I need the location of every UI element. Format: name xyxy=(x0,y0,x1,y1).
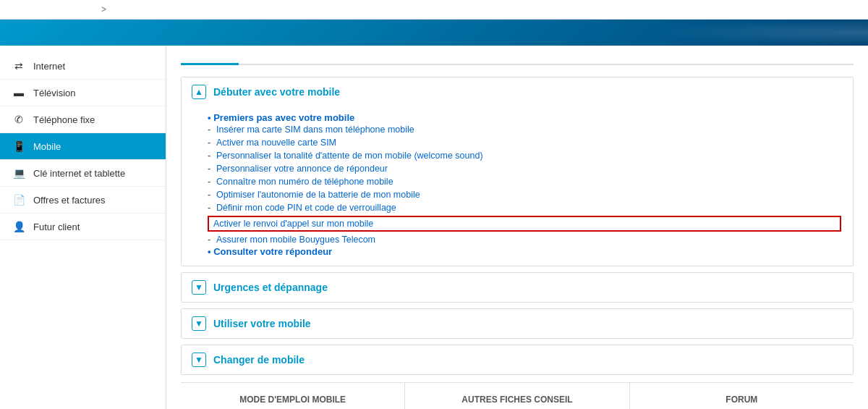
sub-section-premiers-pas[interactable]: • Premiers pas avec votre mobile xyxy=(208,112,354,123)
accordion-header-changer[interactable]: ▼Changer de mobile xyxy=(182,345,853,374)
link-personnaliser-tonalite[interactable]: Personnaliser la tonalité d'attente de m… xyxy=(208,149,841,162)
tab-mobile[interactable] xyxy=(181,46,239,65)
bottom-section-mode-emploi[interactable]: MODE D'EMPLOI MOBILE xyxy=(181,383,405,409)
telephone-fixe-icon: ✆ xyxy=(12,114,26,125)
mobile-icon: 📱 xyxy=(12,140,26,152)
sidebar-label-telephone-fixe: Téléphone fixe xyxy=(33,114,95,125)
main-layout: ⇄Internet▬Télévision✆Téléphone fixe📱Mobi… xyxy=(0,46,868,409)
accordion-title-debuter: Débuter avec votre mobile xyxy=(213,86,340,98)
sidebar-label-mobile: Mobile xyxy=(33,141,61,152)
sidebar-item-futur-client[interactable]: 👤Futur client xyxy=(0,214,166,240)
bottom-sections: MODE D'EMPLOI MOBILEAUTRES FICHES CONSEI… xyxy=(181,382,854,409)
television-icon: ▬ xyxy=(12,87,26,98)
accordion-toggle-utiliser: ▼ xyxy=(192,316,206,331)
link-connaitre-numero[interactable]: Connaître mon numéro de téléphone mobile xyxy=(208,175,841,188)
link-inserer-sim[interactable]: Insérer ma carte SIM dans mon téléphone … xyxy=(208,123,841,136)
sidebar-label-futur-client: Futur client xyxy=(33,222,80,232)
sidebar-item-mobile[interactable]: 📱Mobile xyxy=(0,133,166,160)
accordion-section-urgences: ▼Urgences et dépannage xyxy=(181,272,854,303)
sidebar-label-television: Télévision xyxy=(33,88,76,98)
link-personnaliser-annonce[interactable]: Personnaliser votre annonce de répondeur xyxy=(208,162,841,175)
sidebar-item-internet[interactable]: ⇄Internet xyxy=(0,53,166,80)
accordion-header-utiliser[interactable]: ▼Utiliser votre mobile xyxy=(182,309,853,338)
sidebar-label-cle-internet: Clé internet et tablette xyxy=(33,168,125,179)
futur-client-icon: 👤 xyxy=(12,221,26,232)
sidebar-item-cle-internet[interactable]: 💻Clé internet et tablette xyxy=(0,160,166,187)
link-activer-renvoi[interactable]: Activer le renvoi d'appel sur mon mobile xyxy=(208,216,841,232)
sidebar-item-offres-factures[interactable]: 📄Offres et factures xyxy=(0,187,166,214)
link-assurer-mobile[interactable]: Assurer mon mobile Bouygues Telecom xyxy=(208,233,841,246)
accordion-toggle-changer: ▼ xyxy=(192,353,206,367)
accordion-content-debuter: • Premiers pas avec votre mobileInsérer … xyxy=(182,106,853,266)
accordion-title-changer: Changer de mobile xyxy=(213,354,305,366)
accordion-title-urgences: Urgences et dépannage xyxy=(213,282,328,293)
accordion-header-urgences[interactable]: ▼Urgences et dépannage xyxy=(182,273,853,302)
sub-section-consulter-repondeur[interactable]: • Consulter votre répondeur xyxy=(208,246,332,257)
link-optimiser-batterie[interactable]: Optimiser l'autonomie de la batterie de … xyxy=(208,188,841,201)
accordion-toggle-urgences: ▼ xyxy=(192,280,206,295)
accordion-title-utiliser: Utiliser votre mobile xyxy=(213,318,311,329)
header-banner xyxy=(0,20,868,46)
offres-factures-icon: 📄 xyxy=(12,194,26,206)
sidebar: ⇄Internet▬Télévision✆Téléphone fixe📱Mobi… xyxy=(0,46,166,409)
cle-internet-icon: 💻 xyxy=(12,167,26,179)
internet-icon: ⇄ xyxy=(12,60,26,72)
link-definir-code-pin[interactable]: Définir mon code PIN et code de verrouil… xyxy=(208,201,841,214)
tabs xyxy=(181,46,854,65)
accordion-container: ▲Débuter avec votre mobile• Premiers pas… xyxy=(181,77,854,375)
content-area: ▲Débuter avec votre mobile• Premiers pas… xyxy=(166,46,868,409)
sidebar-item-television[interactable]: ▬Télévision xyxy=(0,80,166,106)
sidebar-label-offres-factures: Offres et factures xyxy=(33,195,105,206)
breadcrumb: > xyxy=(0,0,868,20)
breadcrumb-separator: > xyxy=(101,4,106,14)
accordion-section-debuter: ▲Débuter avec votre mobile• Premiers pas… xyxy=(181,77,854,266)
bottom-section-autres-fiches[interactable]: AUTRES FICHES CONSEIL xyxy=(405,383,629,409)
accordion-header-debuter[interactable]: ▲Débuter avec votre mobile xyxy=(182,77,853,106)
link-activer-sim[interactable]: Activer ma nouvelle carte SIM xyxy=(208,136,841,149)
sidebar-item-telephone-fixe[interactable]: ✆Téléphone fixe xyxy=(0,106,166,133)
accordion-toggle-debuter: ▲ xyxy=(192,85,206,99)
accordion-section-changer: ▼Changer de mobile xyxy=(181,345,854,375)
sidebar-label-internet: Internet xyxy=(33,61,65,72)
bottom-section-forum[interactable]: FORUM xyxy=(630,383,854,409)
accordion-section-utiliser: ▼Utiliser votre mobile xyxy=(181,308,854,339)
